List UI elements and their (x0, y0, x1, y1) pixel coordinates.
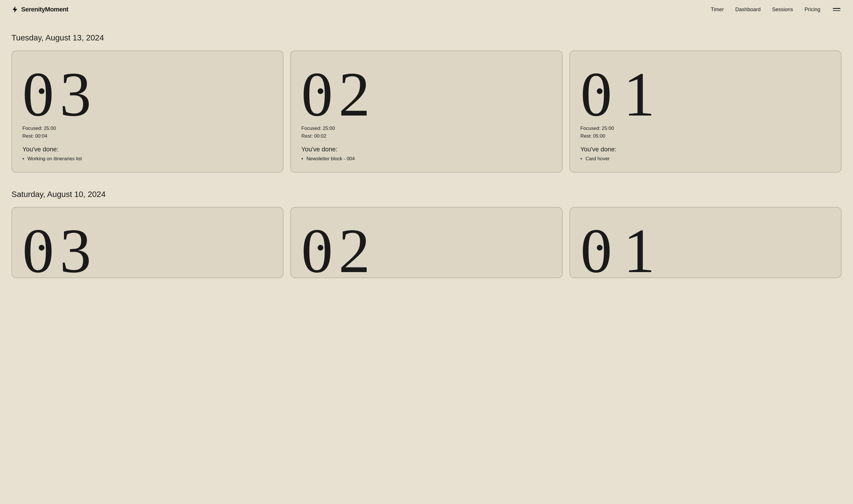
bottom-number-svg-02: 0 2 (301, 216, 382, 276)
session-card-03: 0 3 Focused: 25:00 Rest: 00:04 You've do… (12, 51, 283, 173)
session-number-03: 0 3 (22, 60, 273, 120)
svg-text:1: 1 (624, 60, 653, 120)
svg-text:3: 3 (60, 60, 89, 120)
svg-point-13 (318, 245, 323, 251)
svg-point-16 (597, 245, 603, 251)
rest-stat-02: Rest: 00:02 (301, 132, 552, 140)
you-done-label-03: You've done: (22, 146, 273, 153)
bottom-card-01: 0 1 (570, 207, 841, 278)
nav-sessions[interactable]: Sessions (772, 6, 793, 13)
bottom-card-03: 0 3 (12, 207, 283, 278)
logo-icon (12, 6, 18, 13)
svg-text:0: 0 (301, 216, 331, 276)
focused-stat-01: Focused: 25:00 (580, 124, 831, 132)
date-heading-tuesday: Tuesday, August 13, 2024 (12, 33, 841, 42)
bottom-number-svg-01: 0 1 (580, 216, 661, 276)
focused-stat-03: Focused: 25:00 (22, 124, 273, 132)
bottom-card-02: 0 2 (290, 207, 562, 278)
session-number-01: 0 1 (580, 60, 831, 120)
you-done-label-01: You've done: (580, 146, 831, 153)
done-list-01: Card hover (580, 156, 831, 162)
svg-point-10 (39, 245, 45, 251)
nav-timer[interactable]: Timer (711, 6, 724, 13)
you-done-label-02: You've done: (301, 146, 552, 153)
rest-stat-01: Rest: 05:00 (580, 132, 831, 140)
svg-text:0: 0 (301, 60, 331, 120)
date-heading-saturday: Saturday, August 10, 2024 (12, 190, 841, 199)
session-card-01: 0 1 Focused: 25:00 Rest: 05:00 You've do… (570, 51, 841, 173)
main-content: Tuesday, August 13, 2024 0 3 Focused: 25… (0, 19, 853, 295)
session-stats-03: Focused: 25:00 Rest: 00:04 (22, 124, 273, 140)
svg-text:0: 0 (22, 216, 52, 276)
svg-text:0: 0 (580, 216, 610, 276)
svg-text:1: 1 (624, 216, 655, 276)
number-svg-02: 0 2 (301, 60, 382, 120)
saturday-cards-row: 0 3 0 2 0 1 (12, 207, 841, 278)
svg-text:0: 0 (580, 60, 610, 120)
svg-point-4 (318, 88, 323, 94)
session-number-02: 0 2 (301, 60, 552, 120)
svg-text:0: 0 (22, 60, 52, 120)
nav-dashboard[interactable]: Dashboard (735, 6, 761, 13)
done-list-03: Working on itineraries list (22, 156, 273, 162)
rest-stat-03: Rest: 00:04 (22, 132, 273, 140)
brand-name: SerenityMoment (21, 6, 68, 13)
task-item: Card hover (580, 156, 831, 162)
tuesday-cards-row: 0 3 Focused: 25:00 Rest: 00:04 You've do… (12, 51, 841, 173)
session-stats-02: Focused: 25:00 Rest: 00:02 (301, 124, 552, 140)
number-svg-01: 0 1 (580, 60, 661, 120)
session-card-02: 0 2 Focused: 25:00 Rest: 00:02 You've do… (290, 51, 562, 173)
svg-text:2: 2 (338, 216, 370, 276)
number-svg-03: 0 3 (22, 60, 103, 120)
svg-text:3: 3 (60, 216, 91, 276)
task-item: Working on itineraries list (22, 156, 273, 162)
svg-text:2: 2 (338, 60, 368, 120)
svg-point-1 (39, 88, 45, 94)
bottom-number-svg-03: 0 3 (22, 216, 103, 276)
svg-point-7 (597, 88, 603, 94)
done-list-02: Newsletter block - 004 (301, 156, 552, 162)
nav: Timer Dashboard Sessions Pricing (711, 6, 841, 13)
header: SerenityMoment Timer Dashboard Sessions … (0, 0, 853, 19)
nav-pricing[interactable]: Pricing (804, 6, 820, 13)
session-stats-01: Focused: 25:00 Rest: 05:00 (580, 124, 831, 140)
task-item: Newsletter block - 004 (301, 156, 552, 162)
focused-stat-02: Focused: 25:00 (301, 124, 552, 132)
logo[interactable]: SerenityMoment (12, 6, 68, 13)
hamburger-menu-button[interactable] (832, 7, 841, 12)
